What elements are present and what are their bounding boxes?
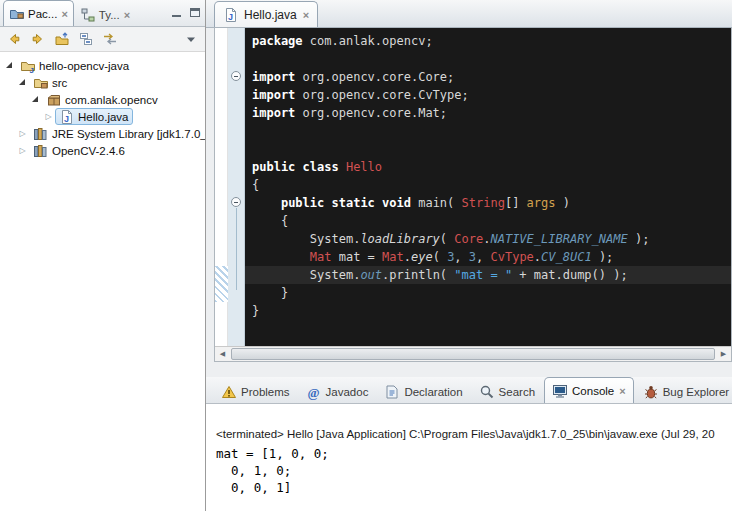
- expand-arrow-icon[interactable]: ▷: [17, 128, 28, 139]
- console-output[interactable]: mat = [1, 0, 0; 0, 1, 0; 0, 0, 1]: [216, 445, 732, 496]
- declaration-icon: [384, 384, 400, 400]
- package-explorer-toolbar: [0, 27, 205, 52]
- console-view: <terminated> Hello [Java Application] C:…: [206, 404, 732, 511]
- fold-scope-line: [236, 208, 237, 290]
- view-tab-pac[interactable]: Pac...×: [3, 0, 74, 26]
- tree-item-content[interactable]: JRE System Library [jdk1.7.0_25]: [29, 125, 205, 142]
- type-hierarchy-icon: [80, 7, 96, 23]
- bottom-view-tabbar: Problems@JavadocDeclarationSearchConsole…: [206, 377, 732, 404]
- fold-collapse-icon[interactable]: [231, 197, 241, 207]
- up-icon[interactable]: [53, 30, 71, 48]
- package-explorer-icon: [9, 6, 25, 22]
- tree-item-com-anlak-opencv[interactable]: com.anlak.opencv: [0, 91, 205, 108]
- view-tab-ty[interactable]: Ty...×: [75, 3, 135, 26]
- tree-item-content[interactable]: Jhello-opencv-java: [16, 57, 133, 74]
- tree-item-label: src: [52, 77, 67, 89]
- view-menu-icon[interactable]: [182, 30, 200, 48]
- panel-tab-search[interactable]: Search: [472, 380, 542, 403]
- package-explorer-panel: Pac...×Ty...× Jhello-opencv-javasrccom.a…: [0, 0, 206, 511]
- left-view-tabs: Pac...×Ty...×: [3, 0, 166, 26]
- code-editor[interactable]: package com.anlak.opencv;import org.open…: [215, 28, 731, 346]
- code-line: }: [252, 284, 731, 302]
- search-icon: [479, 384, 495, 400]
- code-line: }: [252, 302, 731, 320]
- view-window-buttons: [166, 0, 205, 26]
- java-project-icon: J: [20, 58, 36, 74]
- tree-item-content[interactable]: src: [29, 74, 71, 91]
- scroll-right-icon[interactable]: ▶: [716, 347, 731, 361]
- java-file-icon: J: [59, 109, 75, 125]
- bottom-panel: Problems@JavadocDeclarationSearchConsole…: [206, 377, 732, 511]
- expand-arrow-icon[interactable]: ▷: [43, 111, 54, 122]
- tree-item-content[interactable]: OpenCV-2.4.6: [29, 142, 129, 159]
- fold-collapse-icon[interactable]: [231, 71, 241, 81]
- scrollbar-thumb[interactable]: [231, 348, 715, 360]
- editor-tab-hello-java[interactable]: J Hello.java ×: [214, 1, 318, 27]
- left-view-tabbar: Pac...×Ty...×: [0, 0, 205, 27]
- panel-tab-label: Console: [572, 385, 614, 397]
- javadoc-icon: @: [306, 384, 322, 400]
- code-line: Mat mat = Mat.eye( 3, 3, CvType.CV_8UC1 …: [252, 248, 731, 266]
- code-line: {: [252, 176, 731, 194]
- close-icon[interactable]: ×: [619, 386, 625, 396]
- console-icon: [552, 383, 568, 399]
- collapse-all-icon[interactable]: [77, 30, 95, 48]
- panel-tab-declaration[interactable]: Declaration: [377, 380, 469, 403]
- tree-item-src[interactable]: src: [0, 74, 205, 91]
- editor-frame: package com.anlak.opencv;import org.open…: [214, 28, 732, 362]
- panel-tab-problems[interactable]: Problems: [214, 380, 297, 403]
- tree-item-content[interactable]: JHello.java: [55, 108, 133, 125]
- svg-text:J: J: [64, 113, 69, 123]
- java-file-icon: J: [223, 7, 239, 23]
- close-icon[interactable]: ×: [124, 10, 130, 20]
- collapse-arrow-icon[interactable]: [17, 77, 28, 88]
- library-icon: [33, 143, 49, 159]
- code-line: import org.opencv.core.Mat;: [252, 104, 731, 122]
- code-line: import org.opencv.core.CvType;: [252, 86, 731, 104]
- code-line: import org.opencv.core.Core;: [252, 68, 731, 86]
- bug-explorer-icon: [643, 384, 659, 400]
- code-line: package com.anlak.opencv;: [252, 32, 731, 50]
- code-line: System.loadLibrary( Core.NATIVE_LIBRARY_…: [252, 230, 731, 248]
- panel-tab-label: Bug Explorer: [663, 386, 729, 398]
- range-indicator: [215, 266, 228, 302]
- code-line: [252, 122, 731, 140]
- tree-item-hello-java[interactable]: ▷JHello.java: [0, 108, 205, 125]
- tree-item-label: hello-opencv-java: [39, 60, 129, 72]
- svg-text:J: J: [228, 11, 233, 21]
- back-icon[interactable]: [5, 30, 23, 48]
- project-tree: Jhello-opencv-javasrccom.anlak.opencv▷JH…: [0, 52, 205, 511]
- maximize-icon[interactable]: [187, 5, 202, 20]
- panel-tab-label: Javadoc: [326, 386, 369, 398]
- tree-item-opencv-2-4-6[interactable]: ▷OpenCV-2.4.6: [0, 142, 205, 159]
- close-icon[interactable]: ×: [303, 10, 309, 20]
- panel-tab-bug-explorer[interactable]: Bug Explorer: [636, 380, 732, 403]
- horizontal-sash[interactable]: [206, 362, 732, 377]
- code-line: {: [252, 212, 731, 230]
- tree-item-jre-system-library-jdk1-7-0-25[interactable]: ▷JRE System Library [jdk1.7.0_25]: [0, 125, 205, 142]
- expand-arrow-icon[interactable]: ▷: [17, 145, 28, 156]
- editor-horizontal-scrollbar[interactable]: ◀ ▶: [215, 346, 731, 361]
- tree-item-label: com.anlak.opencv: [65, 94, 158, 106]
- panel-tab-console[interactable]: Console×: [544, 377, 634, 403]
- code-line: [252, 50, 731, 68]
- link-with-editor-icon[interactable]: [101, 30, 119, 48]
- editor-and-console-area: J Hello.java × package com.anlak.opencv;…: [206, 0, 732, 511]
- collapse-arrow-icon[interactable]: [30, 94, 41, 105]
- folding-ruler[interactable]: [228, 28, 245, 346]
- code-area[interactable]: package com.anlak.opencv;import org.open…: [245, 28, 731, 346]
- code-line: [252, 140, 731, 158]
- editor-tabbar: J Hello.java ×: [206, 0, 732, 28]
- view-tab-label: Ty...: [99, 9, 120, 21]
- code-line: public static void main( String[] args ): [252, 194, 731, 212]
- tree-item-content[interactable]: com.anlak.opencv: [42, 91, 162, 108]
- editor-tab-label: Hello.java: [244, 8, 297, 22]
- panel-tab-javadoc[interactable]: @Javadoc: [299, 380, 376, 403]
- minimize-icon[interactable]: [169, 5, 184, 20]
- tree-item-hello-opencv-java[interactable]: Jhello-opencv-java: [0, 57, 205, 74]
- scroll-left-icon[interactable]: ◀: [215, 347, 230, 361]
- tree-item-label: Hello.java: [78, 111, 129, 123]
- close-icon[interactable]: ×: [61, 9, 67, 19]
- forward-icon[interactable]: [29, 30, 47, 48]
- collapse-arrow-icon[interactable]: [4, 60, 15, 71]
